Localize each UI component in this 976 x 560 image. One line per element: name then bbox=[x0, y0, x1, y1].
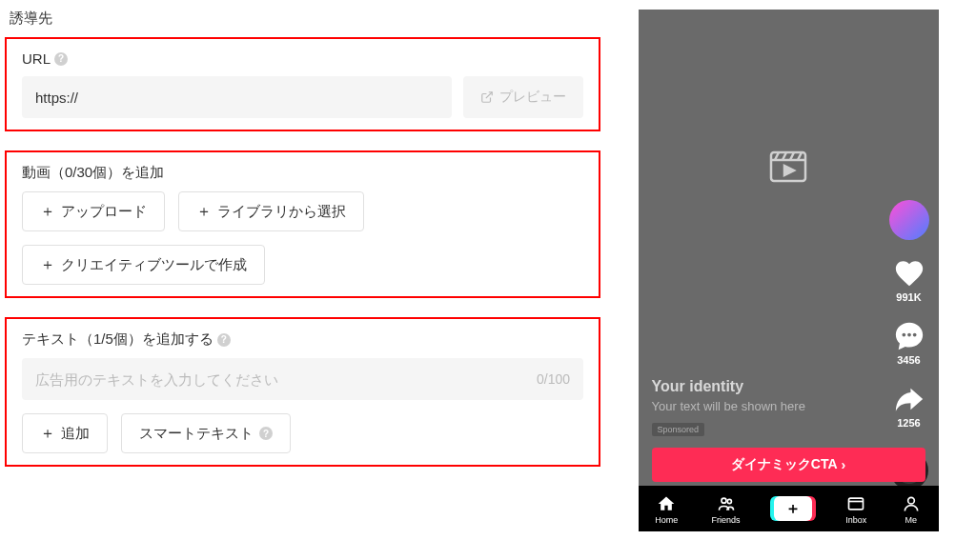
url-section: URL ? プレビュー bbox=[5, 37, 600, 131]
svg-marker-2 bbox=[784, 166, 794, 175]
video-section-title: 動画（0/30個）を追加 bbox=[22, 164, 583, 182]
plus-icon: ＋ bbox=[40, 202, 55, 222]
url-label: URL bbox=[22, 50, 51, 67]
plus-icon: ＋ bbox=[196, 202, 212, 222]
url-input[interactable] bbox=[22, 76, 452, 118]
inbox-icon bbox=[845, 493, 866, 514]
cta-button[interactable]: ダイナミックCTA › bbox=[652, 448, 925, 482]
nav-create[interactable]: ＋ bbox=[774, 496, 812, 521]
identity-title: Your identity bbox=[652, 378, 872, 395]
svg-line-0 bbox=[486, 92, 492, 98]
svg-rect-8 bbox=[849, 498, 864, 510]
profile-icon bbox=[901, 493, 922, 514]
nav-home[interactable]: Home bbox=[655, 493, 678, 525]
svg-point-7 bbox=[727, 499, 731, 503]
preview-button[interactable]: プレビュー bbox=[463, 76, 583, 118]
smart-text-button[interactable]: スマートテキスト ? bbox=[121, 413, 291, 453]
text-section: テキスト（1/5個）を追加する ? 0/100 ＋ 追加 スマートテキスト ? bbox=[5, 317, 600, 467]
plus-icon: ＋ bbox=[40, 255, 55, 275]
svg-point-5 bbox=[912, 333, 916, 337]
library-button[interactable]: ＋ ライブラリから選択 bbox=[178, 191, 364, 231]
friends-icon bbox=[716, 493, 737, 514]
profile-avatar[interactable] bbox=[889, 200, 929, 240]
plus-icon: ＋ bbox=[40, 424, 55, 444]
svg-point-9 bbox=[907, 497, 914, 504]
external-link-icon bbox=[480, 90, 494, 104]
svg-point-4 bbox=[907, 333, 911, 337]
comment-icon[interactable] bbox=[893, 320, 925, 352]
nav-inbox[interactable]: Inbox bbox=[845, 493, 866, 525]
nav-friends[interactable]: Friends bbox=[712, 493, 741, 525]
svg-point-6 bbox=[722, 498, 726, 503]
creative-tool-button[interactable]: ＋ クリエイティブツールで作成 bbox=[22, 245, 265, 285]
add-text-button[interactable]: ＋ 追加 bbox=[22, 413, 108, 453]
heart-icon[interactable] bbox=[893, 257, 925, 290]
ad-text-input[interactable] bbox=[22, 358, 583, 400]
phone-preview: 991K 3456 1256 Your identity Your text w… bbox=[639, 10, 939, 531]
video-section: 動画（0/30個）を追加 ＋ アップロード ＋ ライブラリから選択 ＋ クリエイ… bbox=[5, 150, 600, 298]
text-section-title: テキスト（1/5個）を追加する bbox=[22, 330, 214, 349]
svg-point-3 bbox=[902, 333, 905, 337]
char-count: 0/100 bbox=[537, 371, 570, 387]
like-count: 991K bbox=[896, 291, 921, 303]
bottom-nav: Home Friends ＋ Inbox Me bbox=[639, 486, 939, 531]
video-placeholder-icon bbox=[765, 143, 811, 189]
text-placeholder: Your text will be shown here bbox=[652, 399, 872, 413]
help-icon: ? bbox=[259, 427, 273, 440]
chevron-right-icon: › bbox=[842, 457, 846, 472]
plus-icon: ＋ bbox=[774, 496, 812, 521]
share-icon[interactable] bbox=[893, 383, 925, 415]
upload-button[interactable]: ＋ アップロード bbox=[22, 191, 165, 231]
nav-me[interactable]: Me bbox=[901, 493, 922, 525]
share-count: 1256 bbox=[897, 417, 920, 429]
sponsored-badge: Sponsored bbox=[652, 423, 705, 436]
comment-count: 3456 bbox=[897, 354, 920, 366]
help-icon[interactable]: ? bbox=[54, 52, 68, 66]
help-icon[interactable]: ? bbox=[217, 333, 231, 347]
preview-label: プレビュー bbox=[499, 89, 566, 106]
destination-title: 誘導先 bbox=[10, 10, 600, 28]
home-icon bbox=[656, 493, 677, 514]
